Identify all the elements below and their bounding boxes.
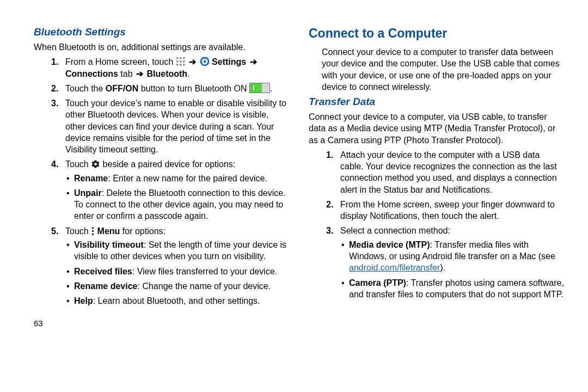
- rename-label: Rename: [74, 174, 108, 183]
- svg-rect-4: [180, 60, 182, 63]
- connections-label: Connections: [65, 69, 118, 78]
- bt-step5-tail: for options:: [120, 226, 166, 236]
- step3-bullets: Media device (MTP): Transfer media files…: [340, 239, 565, 300]
- toggle-on-icon: [249, 83, 270, 93]
- bt-step1-lead: From a Home screen, touch: [65, 57, 176, 66]
- arrow-icon: ➔: [249, 57, 258, 66]
- bt-step-3: Touch your device's name to enable or di…: [65, 97, 290, 155]
- svg-rect-7: [180, 64, 182, 66]
- bullet-unpair: Unpair: Delete the Bluetooth connection …: [74, 187, 290, 222]
- bt-step-4: Touch beside a paired device for options…: [65, 158, 290, 222]
- svg-rect-13: [92, 233, 94, 235]
- settings-label: Settings: [212, 57, 246, 66]
- arrow-icon: ➔: [135, 69, 144, 78]
- connect-computer-heading: Connect to a Computer: [309, 26, 565, 41]
- bullet-received-files: Received files: View files transferred t…: [74, 266, 290, 277]
- svg-rect-2: [183, 57, 185, 59]
- bt-step-5: Touch Menu for options: Visibility timeo…: [65, 225, 290, 307]
- td-step3-lead: Select a connection method:: [340, 226, 450, 235]
- bt-step4-lead: Touch: [65, 160, 91, 169]
- svg-rect-11: [92, 227, 94, 229]
- svg-rect-8: [183, 64, 185, 66]
- step5-bullets: Visibility timeout: Set the length of ti…: [65, 239, 290, 307]
- vis-timeout-label: Visibility timeout: [74, 240, 144, 249]
- bt-step2-lead: Touch the: [65, 84, 106, 93]
- page-number: 63: [34, 318, 290, 328]
- svg-rect-5: [183, 60, 185, 63]
- transfer-data-intro: Connect your device to a computer, via U…: [309, 111, 565, 146]
- bullet-mtp: Media device (MTP): Transfer media files…: [349, 239, 565, 274]
- period: .: [187, 69, 189, 78]
- bullet-help: Help: Learn about Bluetooth, and other s…: [74, 295, 290, 307]
- svg-rect-12: [92, 230, 94, 232]
- bullet-ptp: Camera (PTP): Transfer photos using came…: [349, 277, 565, 301]
- connect-intro: Connect your device to a computer to tra…: [322, 46, 565, 93]
- bluetooth-label: Bluetooth: [146, 69, 187, 78]
- rename-device-label: Rename device: [74, 281, 138, 291]
- received-files-text: : View files transferred to your device.: [132, 267, 278, 276]
- bullet-rename-device: Rename device: Change the name of your d…: [74, 280, 290, 292]
- bluetooth-steps: From a Home screen, touch ➔ Settings: [34, 56, 290, 307]
- svg-point-10: [203, 60, 206, 63]
- td-step-1: Attach your device to the computer with …: [340, 149, 565, 195]
- settings-gear-icon: [200, 57, 210, 66]
- left-column: Bluetooth Settings When Bluetooth is on,…: [26, 26, 298, 382]
- bluetooth-settings-heading: Bluetooth Settings: [34, 26, 290, 38]
- td-step-3: Select a connection method: Media device…: [340, 225, 565, 300]
- help-label: Help: [74, 296, 93, 305]
- manual-page: Bluetooth Settings When Bluetooth is on,…: [0, 0, 588, 392]
- svg-rect-3: [176, 60, 179, 63]
- mtp-label: Media device (MTP): [349, 240, 430, 249]
- transfer-data-heading: Transfer Data: [309, 96, 565, 108]
- right-column: Connect to a Computer Connect your devic…: [298, 26, 573, 382]
- svg-rect-1: [180, 57, 182, 59]
- bullet-rename: Rename: Enter a new name for the paired …: [74, 173, 290, 184]
- bt-step-2: Touch the OFF/ON button to turn Bluetoot…: [65, 83, 290, 94]
- bluetooth-intro: When Bluetooth is on, additional setting…: [34, 41, 290, 53]
- gear-icon: [91, 160, 100, 169]
- bt-step4-tail: beside a paired device for options:: [100, 160, 235, 169]
- step4-bullets: Rename: Enter a new name for the paired …: [65, 173, 290, 222]
- arrow-icon: ➔: [188, 57, 197, 66]
- svg-rect-6: [176, 64, 179, 66]
- unpair-text: : Delete the Bluetooth connection to thi…: [74, 188, 286, 221]
- tab-word: tab: [118, 69, 135, 78]
- rename-text: : Enter a new name for the paired device…: [108, 174, 267, 183]
- unpair-label: Unpair: [74, 188, 102, 198]
- bullet-vis-timeout: Visibility timeout: Set the length of ti…: [74, 239, 290, 262]
- rename-device-text: : Change the name of your device.: [138, 281, 271, 291]
- mtp-post: ).: [440, 263, 445, 272]
- help-text: : Learn about Bluetooth, and other setti…: [93, 296, 260, 305]
- bt-step-1: From a Home screen, touch ➔ Settings: [65, 56, 290, 79]
- offon-label: OFF/ON: [106, 84, 138, 93]
- bt-step2-mid: button to turn Bluetooth ON: [138, 84, 249, 93]
- svg-rect-0: [176, 57, 179, 59]
- received-files-label: Received files: [74, 267, 132, 276]
- td-step-2: From the Home screen, sweep your finger …: [340, 199, 565, 222]
- bt-step5-lead: Touch: [65, 226, 91, 236]
- apps-grid-icon: [176, 57, 186, 66]
- transfer-steps: Attach your device to the computer with …: [309, 149, 565, 300]
- menu-label: Menu: [97, 226, 120, 236]
- period: .: [270, 84, 272, 93]
- menu-dots-icon: [91, 226, 95, 236]
- ptp-label: Camera (PTP): [349, 278, 406, 287]
- android-filetransfer-link[interactable]: android.com/filetransfer: [349, 263, 440, 272]
